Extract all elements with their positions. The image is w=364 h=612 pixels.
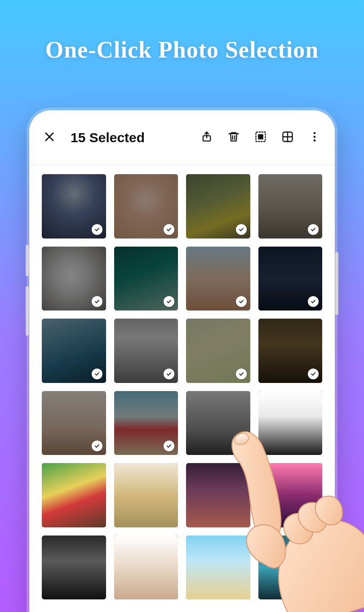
photo-art	[42, 463, 106, 527]
photo-thumb[interactable]	[114, 319, 178, 383]
photo-art	[186, 463, 250, 527]
check-icon	[308, 369, 319, 379]
share-icon	[200, 130, 213, 144]
hero-title: One-Click Photo Selection	[0, 37, 364, 63]
delete-button[interactable]	[222, 126, 246, 150]
photo-thumb[interactable]	[186, 536, 250, 600]
photo-art	[258, 463, 323, 527]
check-icon	[92, 369, 102, 379]
check-icon	[308, 296, 319, 307]
check-icon	[92, 441, 102, 451]
photo-thumb[interactable]	[42, 391, 106, 455]
photo-art	[258, 391, 323, 455]
photo-thumb[interactable]	[186, 391, 250, 455]
promo-stage: One-Click Photo Selection 15 Selected	[0, 0, 364, 612]
close-icon	[43, 130, 56, 144]
photo-thumb[interactable]	[186, 174, 250, 238]
photo-thumb[interactable]	[114, 247, 178, 311]
photo-thumb[interactable]	[114, 391, 178, 455]
collage-grid-icon	[281, 130, 294, 144]
photo-thumb[interactable]	[186, 247, 250, 311]
photo-art	[186, 536, 250, 600]
photo-thumb[interactable]	[114, 536, 178, 600]
photo-thumb[interactable]	[42, 247, 106, 311]
trash-icon	[227, 130, 240, 144]
check-icon	[92, 224, 102, 235]
check-icon	[92, 296, 102, 307]
photo-thumb[interactable]	[186, 463, 250, 527]
photo-thumb[interactable]	[258, 247, 323, 311]
share-button[interactable]	[195, 126, 219, 150]
svg-point-12	[314, 140, 316, 142]
more-vertical-icon	[308, 130, 321, 144]
check-icon	[236, 224, 247, 235]
photo-thumb[interactable]	[42, 536, 106, 600]
check-icon	[308, 224, 319, 235]
photo-thumb[interactable]	[186, 319, 250, 383]
check-icon	[164, 296, 174, 307]
check-icon	[236, 369, 247, 379]
power-button-shell	[335, 252, 338, 315]
check-icon	[164, 369, 174, 379]
svg-point-10	[314, 132, 316, 135]
photo-thumb[interactable]	[42, 319, 106, 383]
selected-count-label: 15 Selected	[71, 130, 145, 145]
photo-grid	[42, 174, 322, 599]
photo-grid-viewport[interactable]	[29, 165, 335, 612]
check-icon	[164, 224, 174, 235]
volume-down-button-shell	[26, 286, 29, 336]
photo-thumb[interactable]	[258, 463, 323, 527]
select-all-button[interactable]	[249, 126, 273, 150]
close-button[interactable]	[37, 126, 62, 150]
svg-point-11	[314, 136, 316, 138]
svg-rect-6	[258, 135, 262, 139]
photo-thumb[interactable]	[258, 174, 323, 238]
selection-toolbar: 15 Selected	[29, 110, 335, 165]
volume-up-button-shell	[26, 245, 29, 276]
select-all-icon	[254, 130, 267, 144]
photo-art	[258, 536, 323, 600]
photo-thumb[interactable]	[258, 319, 323, 383]
photo-thumb[interactable]	[258, 391, 323, 455]
photo-thumb[interactable]	[258, 536, 323, 600]
photo-thumb[interactable]	[42, 174, 106, 238]
photo-art	[114, 536, 178, 600]
check-icon	[164, 441, 174, 451]
photo-thumb[interactable]	[114, 174, 178, 238]
collage-button[interactable]	[275, 126, 300, 150]
photo-thumb[interactable]	[42, 463, 106, 527]
photo-art	[114, 463, 178, 527]
check-icon	[236, 441, 247, 451]
photo-art	[42, 536, 106, 600]
phone-frame: 15 Selected	[29, 110, 335, 612]
check-icon	[236, 296, 247, 307]
photo-thumb[interactable]	[114, 463, 178, 527]
more-button[interactable]	[302, 126, 327, 150]
